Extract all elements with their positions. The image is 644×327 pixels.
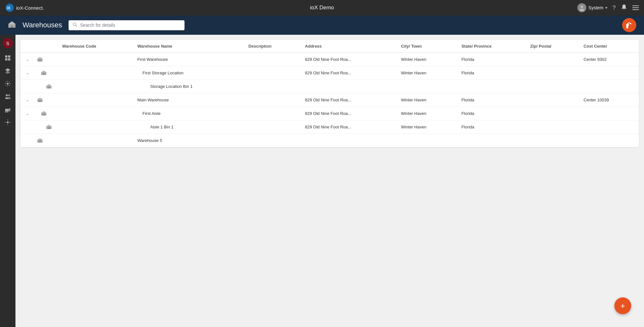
sidebar-item-config[interactable]	[2, 117, 14, 128]
svg-rect-49	[39, 141, 41, 143]
description-cell	[243, 134, 300, 147]
app-title: ioX Demo	[310, 5, 334, 11]
table-row[interactable]: Aisle 1 Bin 1829 Old Nine Foot Roa...Win…	[21, 120, 639, 134]
table-row[interactable]: Warehouse 5	[21, 134, 639, 147]
hamburger-menu[interactable]	[632, 5, 639, 10]
svg-marker-25	[8, 108, 10, 111]
table-row[interactable]: ⌄ Main Warehouse829 Old Nine Foot Roa...…	[21, 93, 639, 107]
search-icon	[72, 22, 78, 28]
svg-rect-13	[5, 55, 7, 58]
table-row[interactable]: ⌄ First Storage Location829 Old Nine Foo…	[21, 66, 639, 80]
description-cell	[243, 53, 300, 66]
nav-left: iX ioX-Connect.	[5, 3, 44, 12]
address-cell	[300, 80, 396, 93]
table-row[interactable]: ⌄ First Warehouse829 Old Nine Foot Roa..…	[21, 53, 639, 66]
sidebar-item-equipment[interactable]	[2, 104, 14, 115]
svg-rect-34	[43, 73, 44, 75]
expand-cell[interactable]: ⌄	[21, 66, 34, 80]
main-layout: S	[0, 35, 644, 327]
svg-point-22	[8, 94, 10, 96]
address-cell: 829 Old Nine Foot Roa...	[300, 53, 396, 66]
warehouse-row-icon	[46, 83, 52, 89]
warehouse-code-cell	[57, 120, 132, 134]
warehouse-icon	[8, 20, 16, 30]
city-cell: Winter Haven	[396, 107, 456, 120]
expand-cell[interactable]: ⌄	[21, 93, 34, 107]
city-cell: Winter Haven	[396, 53, 456, 66]
svg-marker-45	[46, 125, 52, 126]
warehouse-name-cell: First Storage Location	[132, 66, 243, 80]
svg-marker-39	[37, 98, 43, 99]
state-cell	[456, 134, 525, 147]
table-row[interactable]: ⌄ First Aisle829 Old Nine Foot Roa...Win…	[21, 107, 639, 120]
svg-text:iX: iX	[7, 6, 10, 10]
warehouse-code-cell	[57, 107, 132, 120]
state-cell: Florida	[456, 107, 525, 120]
svg-point-20	[6, 94, 8, 96]
fab-add-button[interactable]: +	[614, 297, 631, 314]
col-expand	[21, 40, 34, 53]
address-cell: 829 Old Nine Foot Roa...	[300, 93, 396, 107]
table-header-row: Warehouse Code Warehouse Name Descriptio…	[21, 40, 639, 53]
svg-rect-11	[628, 26, 630, 28]
content-area: Warehouse Code Warehouse Name Descriptio…	[15, 35, 644, 327]
address-cell	[300, 134, 396, 147]
col-description: Description	[243, 40, 300, 53]
zip-cell	[525, 107, 578, 120]
sidebar-item-settings[interactable]	[2, 78, 14, 89]
warehouses-table: Warehouse Code Warehouse Name Descriptio…	[21, 40, 639, 147]
svg-rect-43	[43, 114, 44, 116]
col-state-province: State/ Province	[456, 40, 525, 53]
state-cell: Florida	[456, 66, 525, 80]
svg-line-8	[76, 25, 77, 27]
svg-point-26	[5, 111, 6, 113]
svg-marker-42	[41, 111, 47, 113]
zip-cell	[525, 93, 578, 107]
col-icon	[34, 40, 57, 53]
expand-cell	[21, 134, 34, 147]
warehouse-code-cell	[57, 66, 132, 80]
col-warehouse-code: Warehouse Code	[57, 40, 132, 53]
add-warehouse-button[interactable]	[622, 18, 636, 32]
row-icon-cell	[34, 120, 57, 134]
user-section[interactable]: System ▾	[577, 3, 607, 12]
city-cell: Winter Haven	[396, 120, 456, 134]
search-input[interactable]	[80, 23, 181, 28]
warehouse-name-cell: First Warehouse	[132, 53, 243, 66]
expand-cell[interactable]: ⌄	[21, 53, 34, 66]
col-cost-center: Cost Center	[578, 40, 639, 53]
sidebar-item-layers[interactable]	[2, 65, 14, 77]
address-cell: 829 Old Nine Foot Roa...	[300, 107, 396, 120]
top-navigation: iX ioX-Connect. ioX Demo System ▾ ?	[0, 0, 644, 15]
description-cell	[243, 107, 300, 120]
notification-icon[interactable]	[621, 4, 627, 12]
table-row[interactable]: Storage Location Bin 1	[21, 80, 639, 93]
svg-point-7	[73, 23, 76, 26]
svg-point-2	[581, 5, 583, 8]
description-cell	[243, 80, 300, 93]
page-header: Warehouses	[0, 15, 644, 35]
row-icon-cell	[34, 66, 57, 80]
svg-point-19	[7, 83, 9, 85]
svg-marker-5	[8, 21, 16, 24]
description-cell	[243, 66, 300, 80]
help-icon[interactable]: ?	[612, 5, 616, 11]
svg-rect-16	[8, 58, 10, 61]
sidebar-item-dashboard[interactable]	[2, 52, 14, 64]
expand-cell[interactable]: ⌄	[21, 107, 34, 120]
svg-rect-12	[629, 23, 630, 24]
search-box[interactable]	[69, 20, 185, 30]
warehouse-code-cell	[57, 93, 132, 107]
sidebar-item-users[interactable]	[2, 91, 14, 102]
row-icon-cell	[34, 107, 57, 120]
warehouse-name-cell: Aisle 1 Bin 1	[132, 120, 243, 134]
city-cell: Winter Haven	[396, 66, 456, 80]
svg-rect-15	[5, 58, 7, 61]
sidebar-avatar: S	[3, 38, 13, 48]
app-logo[interactable]: iX ioX-Connect.	[5, 3, 44, 12]
user-chevron: ▾	[605, 5, 607, 10]
warehouse-row-icon	[46, 124, 52, 129]
state-cell: Florida	[456, 93, 525, 107]
row-icon-cell	[34, 53, 57, 66]
row-icon-cell	[34, 93, 57, 107]
